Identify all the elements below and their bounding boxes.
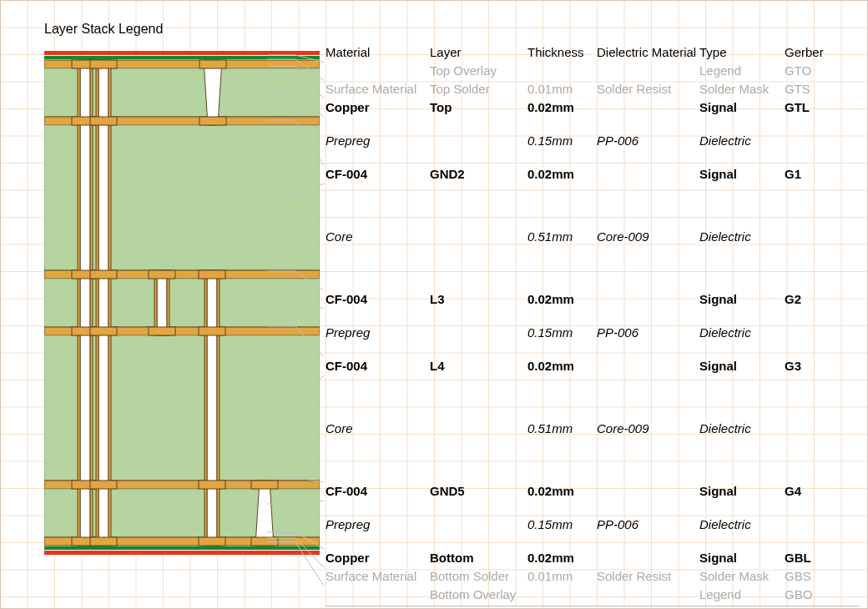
cell-gerber: GBO xyxy=(785,587,830,602)
table-row: Bottom OverlayLegendGBO xyxy=(326,586,860,604)
table-row: CopperBottom0.02mmSignalGBL xyxy=(326,549,860,567)
cell-gerber: GTL xyxy=(785,100,830,115)
cell-gerber: G2 xyxy=(785,292,830,307)
cell-type: Dielectric xyxy=(699,421,785,436)
cell-type: Solder Mask xyxy=(699,82,785,97)
table-row: CF-004GND50.02mmSignalG4 xyxy=(326,482,860,501)
cell-thickness: 0.15mm xyxy=(527,133,597,148)
cell-material: Core xyxy=(326,421,430,436)
cell-gerber: G4 xyxy=(785,484,830,499)
svg-rect-30 xyxy=(90,327,117,335)
legend-title: Layer Stack Legend xyxy=(44,22,163,37)
svg-rect-16 xyxy=(78,60,80,546)
cell-layer: Bottom Solder xyxy=(430,569,527,584)
svg-rect-27 xyxy=(90,60,117,68)
cell-type: Legend xyxy=(699,63,785,78)
cell-type: Signal xyxy=(699,167,785,182)
cell-material: Copper xyxy=(326,551,430,566)
cell-material: CF-004 xyxy=(326,359,430,374)
cell-gerber: GTO xyxy=(785,63,830,78)
cell-thickness: 0.51mm xyxy=(527,421,597,436)
cell-type: Dielectric xyxy=(699,229,785,244)
cell-thickness: 0.02mm xyxy=(527,292,597,307)
svg-rect-34 xyxy=(154,270,157,335)
cell-thickness: 0.02mm xyxy=(527,484,597,499)
col-header-type: Type xyxy=(699,45,785,60)
svg-rect-15 xyxy=(80,60,90,546)
svg-rect-37 xyxy=(149,327,175,335)
cell-layer: Bottom xyxy=(430,551,527,566)
cell-thickness: 0.02mm xyxy=(527,100,597,115)
table-row: CF-004L30.02mmSignalG2 xyxy=(326,290,860,309)
table-row: Surface MaterialBottom Solder0.01mmSolde… xyxy=(326,567,860,586)
svg-rect-45 xyxy=(199,327,225,335)
svg-rect-39 xyxy=(199,60,226,68)
table-row: Prepreg0.15mmPP-006Dielectric xyxy=(326,309,860,357)
cell-layer: Top Overlay xyxy=(430,63,527,78)
svg-rect-32 xyxy=(90,537,117,546)
cell-layer: Top xyxy=(430,100,527,115)
cell-layer: GND2 xyxy=(430,167,527,182)
cell-thickness: 0.51mm xyxy=(527,229,597,244)
cell-material: CF-004 xyxy=(326,484,430,499)
cell-layer: Bottom Overlay xyxy=(430,587,527,602)
layer-table: Material Layer Thickness Dielectric Mate… xyxy=(326,43,860,609)
table-row: Core0.51mmCore-009Dielectric xyxy=(326,375,860,482)
svg-rect-41 xyxy=(207,270,217,546)
svg-rect-31 xyxy=(90,481,117,489)
cell-thickness: 0.02mm xyxy=(527,167,597,182)
cell-type: Signal xyxy=(699,359,785,374)
col-header-thickness: Thickness xyxy=(527,45,597,60)
cell-material: Prepreg xyxy=(326,517,430,532)
svg-rect-40 xyxy=(199,117,226,125)
cell-material: CF-004 xyxy=(326,167,430,182)
cell-thickness: 0.15mm xyxy=(527,517,597,532)
cell-thickness: 0.01mm xyxy=(527,569,597,584)
table-row: CopperTop0.02mmSignalGTL xyxy=(326,98,860,117)
table-row: CF-004GND20.02mmSignalG1 xyxy=(326,165,860,184)
table-row: Prepreg0.15mmPP-006Dielectric xyxy=(326,501,860,549)
cell-layer: L3 xyxy=(430,292,527,307)
svg-rect-36 xyxy=(149,270,175,279)
cell-layer: Top Solder xyxy=(430,82,527,97)
svg-rect-43 xyxy=(217,270,220,546)
cell-material: Surface Material xyxy=(326,82,430,97)
col-header-material: Material xyxy=(326,45,430,60)
cell-dielectric: Solder Resist xyxy=(597,569,699,584)
cell-dielectric: PP-006 xyxy=(597,325,699,340)
svg-rect-25 xyxy=(96,60,98,546)
table-row: Surface MaterialTop Solder0.01mmSolder R… xyxy=(326,80,860,98)
table-row: Top OverlayLegendGTO xyxy=(326,62,860,80)
cell-dielectric: Core-009 xyxy=(597,229,699,244)
cell-dielectric: Core-009 xyxy=(597,421,699,436)
cell-dielectric: Solder Resist xyxy=(597,82,699,97)
total-thickness: Total thickness: 1.60mm xyxy=(326,606,860,609)
table-header-row: Material Layer Thickness Dielectric Mate… xyxy=(326,43,860,62)
svg-rect-47 xyxy=(199,537,225,546)
cell-material: CF-004 xyxy=(326,292,430,307)
cell-type: Solder Mask xyxy=(699,569,785,584)
col-header-dielectric: Dielectric Material xyxy=(597,45,699,60)
cell-type: Signal xyxy=(699,551,785,566)
cell-gerber: GTS xyxy=(785,82,830,97)
col-header-gerber: Gerber xyxy=(785,45,830,60)
cell-type: Signal xyxy=(699,292,785,307)
cell-type: Signal xyxy=(699,484,785,499)
cell-material: Prepreg xyxy=(326,133,430,148)
svg-rect-29 xyxy=(90,270,117,279)
cell-type: Legend xyxy=(699,587,785,602)
cell-type: Signal xyxy=(699,100,785,115)
cell-dielectric: PP-006 xyxy=(597,517,699,532)
cell-material: Surface Material xyxy=(326,569,430,584)
cell-thickness: 0.02mm xyxy=(527,551,597,566)
svg-rect-26 xyxy=(108,60,111,546)
cell-gerber: GBL xyxy=(785,551,830,566)
cell-type: Dielectric xyxy=(699,517,785,532)
cell-material: Core xyxy=(326,229,430,244)
svg-rect-46 xyxy=(199,481,225,489)
svg-rect-24 xyxy=(98,60,108,546)
col-header-layer: Layer xyxy=(430,45,527,60)
cell-dielectric: PP-006 xyxy=(597,133,699,148)
svg-rect-44 xyxy=(199,270,225,279)
cell-material: Prepreg xyxy=(326,325,430,340)
